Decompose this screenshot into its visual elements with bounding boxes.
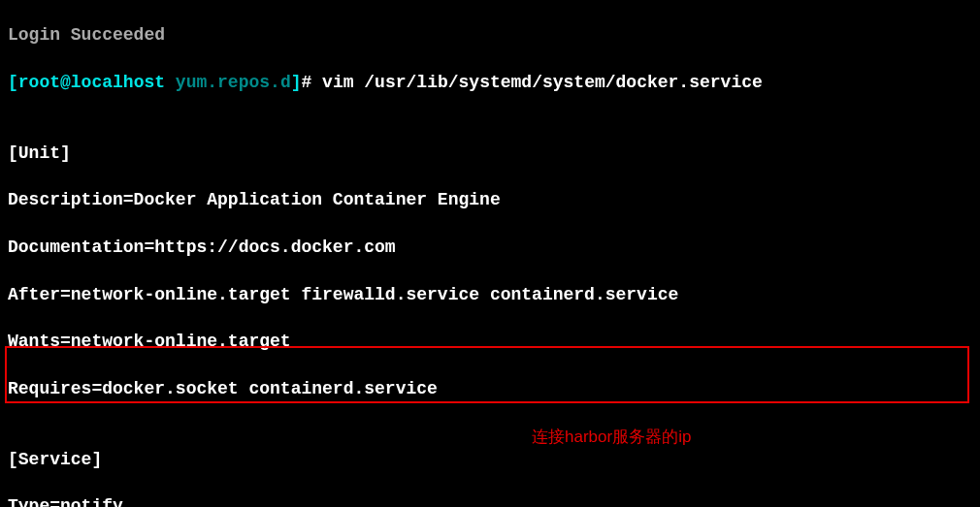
prompt-bracket-open: [ <box>8 73 18 92</box>
annotation-text: 连接harbor服务器的ip <box>532 427 691 449</box>
prompt-line: [root@localhost yum.repos.d]# vim /usr/l… <box>8 71 972 94</box>
service-section-line: [Service] <box>8 448 972 471</box>
prompt-user-host: root@localhost <box>18 73 165 92</box>
prompt-bracket-close: ] <box>291 73 302 92</box>
prompt-space <box>165 73 176 92</box>
prompt-hash: # <box>302 73 323 92</box>
documentation-line: Documentation=https://docs.docker.com <box>8 236 972 259</box>
after-line: After=network-online.target firewalld.se… <box>8 283 972 306</box>
unit-section-line: [Unit] <box>8 142 972 165</box>
requires-line: Requires=docker.socket containerd.servic… <box>8 377 972 400</box>
prompt-command: vim /usr/lib/systemd/system/docker.servi… <box>322 73 763 92</box>
type-line: Type=notify <box>8 494 972 507</box>
wants-line: Wants=network-online.target <box>8 330 972 353</box>
login-succeeded-line: Login Succeeded <box>8 23 972 47</box>
terminal-output[interactable]: Login Succeeded [root@localhost yum.repo… <box>0 0 980 507</box>
description-line: Description=Docker Application Container… <box>8 188 972 211</box>
prompt-dir: yum.repos.d <box>176 73 291 92</box>
